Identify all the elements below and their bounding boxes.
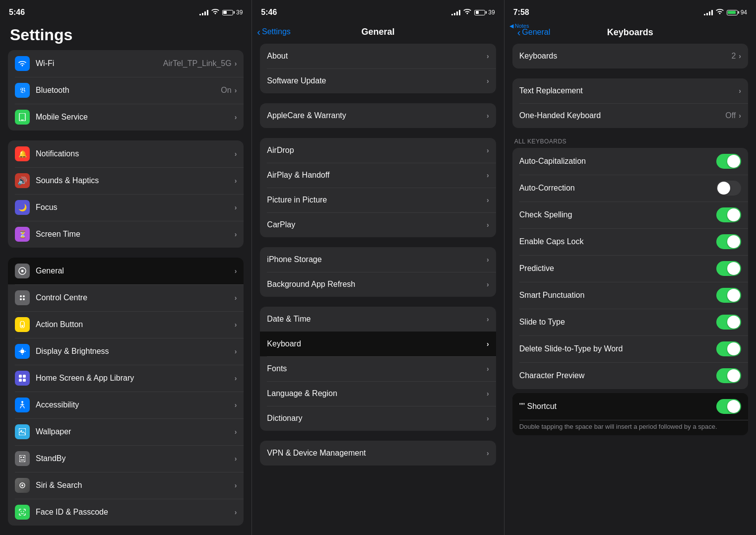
faceid-label: Face ID & Passcode [36,508,235,517]
settings-siri[interactable]: Siri & Search › [8,472,244,499]
applecare-label: AppleCare & Warranty [267,111,487,120]
general-datetime[interactable]: Date & Time › [260,307,496,332]
keyboards-count-label: Keyboards [519,52,732,61]
airdrop-chevron: › [487,146,489,154]
char-preview-toggle[interactable] [716,368,741,383]
general-about[interactable]: About › [260,44,496,68]
settings-actionbutton[interactable]: Action Button › [8,311,244,338]
one-handed-chevron: › [739,112,741,120]
keyboards-count-row[interactable]: Keyboards 2 › [512,44,748,68]
smart-punctuation-label: Smart Punctuation [519,291,716,300]
char-preview-row[interactable]: Character Preview [512,362,748,389]
siri-icon [15,478,30,493]
mobile-icon [15,110,30,125]
svg-point-23 [20,457,22,458]
applecare-chevron: › [487,112,489,120]
general-dictionary[interactable]: Dictionary › [260,406,496,431]
fonts-chevron: › [487,365,489,373]
check-spelling-row[interactable]: Check Spelling [512,201,748,228]
shortcut-label: "" Shortcut [519,402,716,411]
auto-correction-row[interactable]: Auto-Correction [512,175,748,201]
slide-to-type-toggle[interactable] [716,315,741,330]
general-pip[interactable]: Picture in Picture › [260,188,496,212]
iphoneStorage-chevron: › [487,256,489,264]
settings-display[interactable]: Display & Brightness › [8,338,244,365]
general-bgRefresh[interactable]: Background App Refresh › [260,272,496,297]
smart-punctuation-row[interactable]: Smart Punctuation [512,282,748,309]
general-back-button[interactable]: ‹ Settings [257,27,290,37]
general-section-about: About › Software Update › [260,44,496,93]
auto-correction-toggle[interactable] [716,181,741,196]
dictionary-label: Dictionary [267,414,487,423]
shortcut-row[interactable]: "" Shortcut [512,393,748,420]
svg-rect-1 [21,120,24,121]
signal-icon-2 [451,9,460,15]
wifi-label: Wi-Fi [36,59,163,68]
settings-controlcentre[interactable]: Control Centre › [8,284,244,311]
settings-bluetooth[interactable]: 𝔅 Bluetooth On › [8,77,244,104]
predictive-row[interactable]: Predictive [512,255,748,282]
keyboards-nav-title: Keyboards [607,27,653,38]
status-icons-2: 39 [451,9,495,16]
settings-general[interactable]: General › [8,258,244,284]
faceid-icon [15,505,30,520]
general-softwareupdate[interactable]: Software Update › [260,68,496,93]
predictive-toggle[interactable] [716,261,741,276]
general-list: General › Control Centre › [8,258,244,526]
settings-homescreen[interactable]: Home Screen & App Library › [8,365,244,392]
delete-slide-row[interactable]: Delete Slide-to-Type by Word [512,335,748,362]
settings-notifications[interactable]: 🔔 Notifications › [8,140,244,167]
text-replacement-row[interactable]: Text Replacement › [512,78,748,103]
svg-rect-15 [19,375,22,378]
delete-slide-toggle[interactable] [716,341,741,356]
bluetooth-icon: 𝔅 [15,83,30,98]
panel-settings: 5:46 39 Settings [0,0,252,535]
general-vpn[interactable]: VPN & Device Management › [260,441,496,466]
settings-accessibility[interactable]: Accessibility › [8,392,244,418]
keyboards-back-button[interactable]: ‹ General [517,27,551,37]
svg-point-10 [20,349,24,353]
general-fonts[interactable]: Fonts › [260,356,496,381]
display-chevron: › [235,347,237,355]
settings-wifi[interactable]: Wi-Fi AirTel_TP_Link_5G › [8,50,244,77]
general-icon [15,264,30,278]
settings-sounds[interactable]: 🔊 Sounds & Haptics › [8,167,244,194]
settings-standby[interactable]: StandBy › [8,445,244,472]
wifi-value: AirTel_TP_Link_5G [163,59,232,68]
pip-chevron: › [487,196,489,204]
auto-cap-toggle[interactable] [716,154,741,169]
settings-mobile[interactable]: Mobile Service › [8,104,244,131]
settings-wallpaper[interactable]: Wallpaper › [8,418,244,445]
one-handed-row[interactable]: One-Handed Keyboard Off › [512,103,748,128]
caps-lock-row[interactable]: Enable Caps Lock [512,228,748,255]
auto-correction-label: Auto-Correction [519,184,716,193]
wifi-icon-3 [716,9,724,16]
shortcut-toggle[interactable] [716,399,741,414]
general-airdrop[interactable]: AirDrop › [260,138,496,163]
settings-faceid[interactable]: Face ID & Passcode › [8,499,244,526]
general-airplay[interactable]: AirPlay & Handoff › [260,163,496,188]
general-carplay[interactable]: CarPlay › [260,212,496,237]
bgRefresh-chevron: › [487,280,489,288]
general-applecare[interactable]: AppleCare & Warranty › [260,103,496,128]
one-handed-value: Off [725,111,736,120]
general-iphoneStorage[interactable]: iPhone Storage › [260,247,496,272]
general-language[interactable]: Language & Region › [260,381,496,406]
settings-focus[interactable]: 🌙 Focus › [8,194,244,221]
faceid-chevron: › [235,508,237,516]
auto-cap-row[interactable]: Auto-Capitalization [512,148,748,175]
connectivity-list: Wi-Fi AirTel_TP_Link_5G › 𝔅 Bluetooth On… [8,50,244,131]
sounds-chevron: › [235,177,237,185]
settings-screentime[interactable]: ⏳ Screen Time › [8,221,244,248]
smart-punctuation-toggle[interactable] [716,288,741,303]
notifications-icon: 🔔 [15,146,30,161]
general-keyboard[interactable]: Keyboard › [260,332,496,356]
back-chevron-2: ‹ [257,27,260,37]
display-label: Display & Brightness [36,347,235,356]
svg-rect-22 [19,455,25,462]
shortcut-description: Double tapping the space bar will insert… [512,420,748,435]
bgRefresh-label: Background App Refresh [267,280,487,289]
caps-lock-toggle[interactable] [716,234,741,249]
slide-to-type-row[interactable]: Slide to Type [512,309,748,335]
check-spelling-toggle[interactable] [716,207,741,222]
